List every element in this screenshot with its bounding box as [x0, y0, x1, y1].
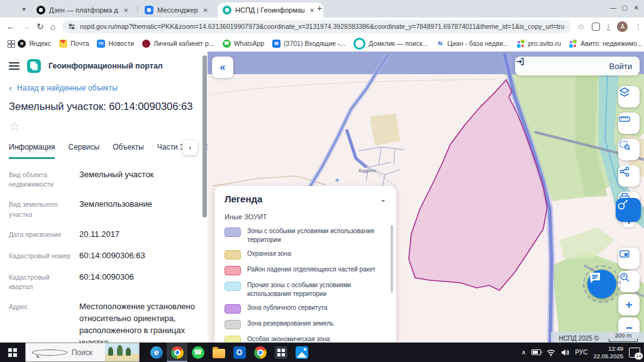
- measure-button[interactable]: [618, 112, 640, 134]
- downloads-icon[interactable]: ↓: [607, 23, 611, 30]
- scrollbar-thumb[interactable]: [203, 55, 207, 217]
- speaker-icon[interactable]: [561, 349, 569, 356]
- zoom-in-button[interactable]: +: [618, 294, 640, 315]
- bookmark-cian[interactable]: NЦиан - база недви...: [436, 40, 508, 48]
- legend-swatch: [225, 228, 241, 237]
- forward-icon[interactable]: →: [21, 22, 30, 31]
- browser-tab-strip: ▾ Дзен — платформа для прос ✕ Мессенджер…: [0, 0, 644, 18]
- bookmark-inbox[interactable]: ✉(3701) Входящие -...: [272, 40, 345, 48]
- start-button[interactable]: [0, 343, 25, 362]
- yandex-icon: Я: [18, 40, 26, 48]
- whatsapp-icon: ☎: [223, 40, 231, 48]
- taskbar-chrome-active[interactable]: [167, 343, 187, 362]
- bookmark-mail[interactable]: Почта: [59, 40, 89, 48]
- chat-fab-button[interactable]: [587, 270, 616, 299]
- taskbar-chrome2[interactable]: [250, 343, 270, 362]
- bookmark-star-icon[interactable]: ☆: [577, 22, 585, 31]
- area-search-icon: [618, 139, 631, 151]
- legend-scrollbar[interactable]: [391, 225, 393, 293]
- tab-objects[interactable]: Объекты: [113, 143, 144, 159]
- home-icon[interactable]: ⌂: [50, 22, 55, 31]
- parcel-title: Земельный участок: 60:14:0090306:63: [9, 101, 199, 112]
- tab-list-chevron-icon[interactable]: ▾: [18, 4, 30, 14]
- favorite-star-icon[interactable]: ☆: [9, 120, 199, 133]
- widget-thumbnail[interactable]: [105, 343, 139, 361]
- vk-news-icon: VK: [97, 40, 105, 48]
- bookmark-avito-pro[interactable]: pro.avito.ru: [517, 40, 562, 48]
- map-attribution: НСПД 2025 © 200 m: [551, 332, 644, 343]
- taskbar-store[interactable]: [270, 343, 291, 362]
- whatsapp-icon: ☎: [192, 346, 204, 359]
- reload-icon[interactable]: ↻: [36, 22, 44, 31]
- close-icon[interactable]: ✕: [309, 7, 314, 14]
- tabs-scroll-right-button[interactable]: ›: [182, 140, 197, 155]
- site-settings-icon[interactable]: [68, 23, 75, 30]
- legend-item: Зона публичного сервитута: [225, 304, 386, 314]
- tray-expand-icon[interactable]: ∧: [521, 349, 526, 356]
- bookmark-account[interactable]: Личный кабинет р...: [142, 40, 214, 48]
- notifications-icon[interactable]: 14: [629, 348, 640, 358]
- tab-services[interactable]: Сервисы: [68, 143, 99, 159]
- back-to-results-link[interactable]: ‹ Назад в найденные объекты: [9, 84, 199, 92]
- taskbar-edge[interactable]: e: [146, 343, 167, 362]
- outlook-icon: O: [233, 346, 246, 359]
- taskbar-explorer[interactable]: [208, 343, 229, 362]
- bookmark-news[interactable]: VKНовости: [97, 40, 134, 48]
- browser-tab-messenger[interactable]: Мессенджер ✕: [140, 3, 226, 18]
- battery-icon[interactable]: [531, 349, 541, 355]
- tab-separator: [137, 6, 138, 13]
- maximize-button[interactable]: ▢: [622, 4, 628, 11]
- browser-actions: ☆ ↓ A ⋮: [577, 21, 641, 32]
- legend-swatch: [225, 250, 241, 260]
- profile-avatar[interactable]: A: [617, 21, 628, 32]
- login-button[interactable]: Войти: [515, 57, 640, 75]
- bookmark-domclick[interactable]: Домклик — поиск...: [353, 38, 428, 50]
- legend-items: Зоны с особыми условиями использования т…: [225, 227, 386, 343]
- taskbar-photos[interactable]: [291, 343, 312, 362]
- close-icon[interactable]: ✕: [203, 7, 208, 14]
- system-tray: ∧ РУС 12:49 22.05.2025 14: [521, 343, 640, 362]
- language-indicator[interactable]: РУС: [575, 349, 587, 356]
- avito-icon: [569, 40, 577, 48]
- url-text: nspd.gov.ru/map?thematic=PKK&zoom=14.631…: [80, 23, 565, 30]
- extensions-icon[interactable]: [592, 23, 600, 31]
- store-icon: [275, 346, 287, 359]
- bookmark-avito[interactable]: Авито: недвижимо...: [569, 40, 643, 48]
- object-search-button[interactable]: [618, 271, 640, 292]
- layers-button[interactable]: [618, 86, 640, 107]
- menu-burger-icon[interactable]: [9, 62, 19, 70]
- legend-swatch: [225, 266, 241, 275]
- browser-tab-dzen[interactable]: Дзен — платформа для прос ✕: [31, 3, 146, 18]
- legend-collapse-icon[interactable]: ⌄: [380, 195, 386, 204]
- area-search-button[interactable]: [618, 139, 640, 160]
- browser-menu-icon[interactable]: ⋮: [635, 23, 641, 31]
- account-icon: [142, 40, 150, 48]
- share-button[interactable]: [618, 165, 640, 187]
- panel-collapse-button[interactable]: «: [212, 57, 233, 78]
- tab-title: НСПД | Геоинформационный: [235, 6, 304, 14]
- draw-tool-button-active[interactable]: [616, 198, 641, 222]
- edge-icon: e: [150, 346, 163, 359]
- close-icon[interactable]: ✕: [123, 7, 128, 14]
- close-window-button[interactable]: ✕: [634, 4, 639, 11]
- address-bar[interactable]: nspd.gov.ru/map?thematic=PKK&zoom=14.631…: [62, 20, 571, 33]
- minimize-button[interactable]: —: [610, 4, 616, 11]
- tab-information[interactable]: Информация: [9, 143, 55, 159]
- inbox-icon: ✉: [272, 40, 280, 48]
- panel-scrollbar[interactable]: [203, 54, 207, 340]
- bookmark-whatsapp[interactable]: ☎WhatsApp: [223, 40, 264, 48]
- taskbar-whatsapp[interactable]: ☎: [187, 343, 208, 362]
- taskbar-clock[interactable]: 12:49 22.05.2025: [593, 345, 623, 360]
- taskbar-search[interactable]: Поиск: [25, 343, 140, 362]
- wifi-icon[interactable]: [547, 349, 555, 356]
- browser-tab-nspd[interactable]: НСПД | Геоинформационный ✕: [218, 3, 323, 18]
- taskbar-outlook[interactable]: O: [229, 343, 250, 362]
- screenshot-button[interactable]: [618, 248, 640, 269]
- back-icon[interactable]: ←: [6, 22, 15, 31]
- address-value: Местоположение установлено относительно …: [79, 302, 195, 343]
- bookmark-yandex[interactable]: ЯЯндекс: [18, 40, 51, 48]
- new-tab-button[interactable]: +: [317, 4, 322, 13]
- map-area[interactable]: ✈ Вадрино « Войти: [208, 52, 644, 343]
- time-text: 12:49: [608, 345, 623, 353]
- draw-tool-icon: [616, 198, 630, 212]
